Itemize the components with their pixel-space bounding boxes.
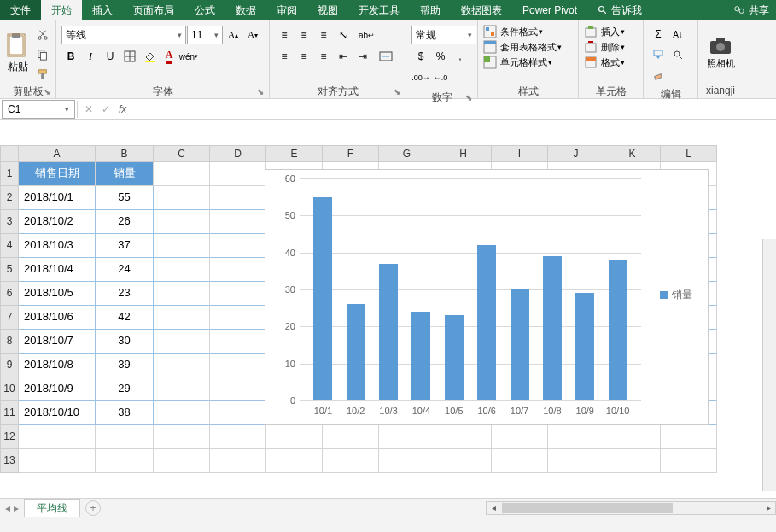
name-box[interactable]: C1▾ — [2, 100, 75, 119]
cell[interactable] — [154, 377, 210, 401]
column-header[interactable]: H — [435, 145, 492, 162]
insert-cells-button[interactable]: 插入▾ — [584, 25, 625, 38]
fx-icon[interactable]: fx — [119, 103, 126, 115]
align-center-button[interactable]: ≡ — [295, 47, 313, 66]
currency-button[interactable]: $ — [411, 47, 430, 66]
horizontal-scrollbar[interactable]: ◂ ▸ — [486, 501, 776, 515]
increase-decimal-button[interactable]: .00→ — [411, 68, 430, 87]
align-middle-button[interactable]: ≡ — [295, 26, 313, 44]
tab-help[interactable]: 帮助 — [410, 0, 451, 20]
cell[interactable] — [96, 449, 154, 473]
cell-style-button[interactable]: 单元格样式▾ — [483, 56, 552, 69]
cell[interactable]: 2018/10/3 — [19, 234, 96, 258]
cell[interactable] — [154, 401, 210, 425]
wrap-text-button[interactable]: ab↩ — [353, 26, 379, 44]
align-left-button[interactable]: ≡ — [275, 47, 294, 66]
column-header[interactable]: B — [96, 145, 154, 162]
sheet-nav-prev-icon[interactable]: ◂ — [5, 502, 10, 514]
cell[interactable] — [210, 234, 266, 258]
increase-font-button[interactable]: A▴ — [224, 26, 242, 44]
cell[interactable] — [210, 354, 266, 377]
align-right-button[interactable]: ≡ — [314, 47, 333, 66]
tab-datachart[interactable]: 数据图表 — [451, 0, 512, 20]
conditional-format-button[interactable]: 条件格式▾ — [483, 25, 543, 38]
cell[interactable] — [435, 425, 492, 449]
chart-bar[interactable] — [313, 197, 332, 400]
cell[interactable] — [492, 449, 548, 473]
cell[interactable] — [210, 377, 266, 401]
cell[interactable] — [661, 449, 717, 473]
cell[interactable] — [154, 282, 210, 306]
chart-bar[interactable] — [543, 256, 562, 400]
cell[interactable] — [154, 449, 210, 473]
row-header[interactable]: 13 — [0, 449, 19, 473]
paste-button[interactable]: 粘贴 — [3, 22, 32, 84]
underline-button[interactable]: U — [101, 47, 120, 66]
chart-bar[interactable] — [445, 315, 464, 400]
cell[interactable] — [210, 306, 266, 330]
row-header[interactable]: 11 — [0, 401, 19, 425]
chart-object[interactable]: 10/110/210/310/410/510/610/710/810/910/1… — [265, 169, 709, 425]
chart-bar[interactable] — [477, 245, 496, 400]
fill-color-button[interactable] — [140, 47, 159, 66]
chart-bar[interactable] — [609, 260, 627, 400]
cell[interactable] — [604, 425, 661, 449]
tab-data[interactable]: 数据 — [225, 0, 266, 20]
cell[interactable] — [210, 425, 266, 449]
cell[interactable]: 39 — [96, 354, 154, 377]
cut-button[interactable] — [33, 26, 52, 44]
row-header[interactable]: 9 — [0, 354, 19, 377]
cell[interactable] — [154, 162, 210, 186]
autosum-button[interactable]: Σ — [649, 25, 668, 44]
column-header[interactable]: G — [379, 145, 435, 162]
column-header[interactable]: E — [266, 145, 323, 162]
column-header[interactable]: I — [492, 145, 548, 162]
tab-review[interactable]: 审阅 — [266, 0, 307, 20]
worksheet-grid[interactable]: ABCDEFGHIJKL 12345678910111213 销售日期销量201… — [0, 120, 776, 491]
column-header[interactable]: F — [323, 145, 379, 162]
align-expand-icon[interactable]: ⬊ — [394, 87, 400, 96]
enter-formula-icon[interactable]: ✓ — [102, 103, 110, 115]
cell[interactable]: 销量 — [96, 162, 154, 186]
cell[interactable]: 销售日期 — [19, 162, 96, 186]
chart-bar[interactable] — [575, 293, 594, 400]
cell[interactable] — [19, 425, 96, 449]
row-header[interactable]: 8 — [0, 330, 19, 354]
camera-button[interactable]: 照相机 — [702, 22, 739, 84]
number-format-select[interactable]: 常规▾ — [411, 26, 476, 44]
comma-button[interactable]: , — [451, 47, 470, 66]
cell[interactable]: 2018/10/9 — [19, 377, 96, 401]
number-expand-icon[interactable]: ⬊ — [465, 93, 472, 102]
column-header[interactable]: J — [548, 145, 604, 162]
cell[interactable]: 2018/10/5 — [19, 282, 96, 306]
column-header[interactable]: C — [154, 145, 210, 162]
tab-page-layout[interactable]: 页面布局 — [123, 0, 184, 20]
chart-bar[interactable] — [511, 289, 529, 400]
cell[interactable] — [435, 449, 492, 473]
cell[interactable] — [210, 330, 266, 354]
format-painter-button[interactable] — [33, 65, 52, 84]
increase-indent-button[interactable]: ⇥ — [353, 47, 372, 66]
cell[interactable]: 42 — [96, 306, 154, 330]
cell[interactable] — [154, 425, 210, 449]
cell[interactable] — [210, 186, 266, 210]
cell[interactable]: 2018/10/8 — [19, 354, 96, 377]
cell[interactable]: 2018/10/2 — [19, 210, 96, 234]
cell[interactable] — [323, 425, 379, 449]
cell[interactable]: 29 — [96, 377, 154, 401]
table-format-button[interactable]: 套用表格格式▾ — [483, 40, 562, 54]
chart-bar[interactable] — [379, 264, 398, 400]
column-header[interactable]: K — [604, 145, 661, 162]
clear-button[interactable] — [649, 66, 668, 85]
chart-bar[interactable] — [347, 304, 365, 400]
column-header[interactable]: D — [210, 145, 266, 162]
tab-insert[interactable]: 插入 — [82, 0, 123, 20]
tab-formulas[interactable]: 公式 — [184, 0, 225, 20]
tab-developer[interactable]: 开发工具 — [348, 0, 410, 20]
scroll-left-icon[interactable]: ◂ — [487, 503, 500, 512]
vertical-scrollbar[interactable] — [762, 239, 776, 491]
tab-home[interactable]: 开始 — [41, 0, 82, 20]
tell-me[interactable]: 告诉我 — [587, 0, 652, 20]
phonetic-button[interactable]: wén▾ — [179, 47, 198, 66]
fill-button[interactable] — [649, 45, 668, 64]
